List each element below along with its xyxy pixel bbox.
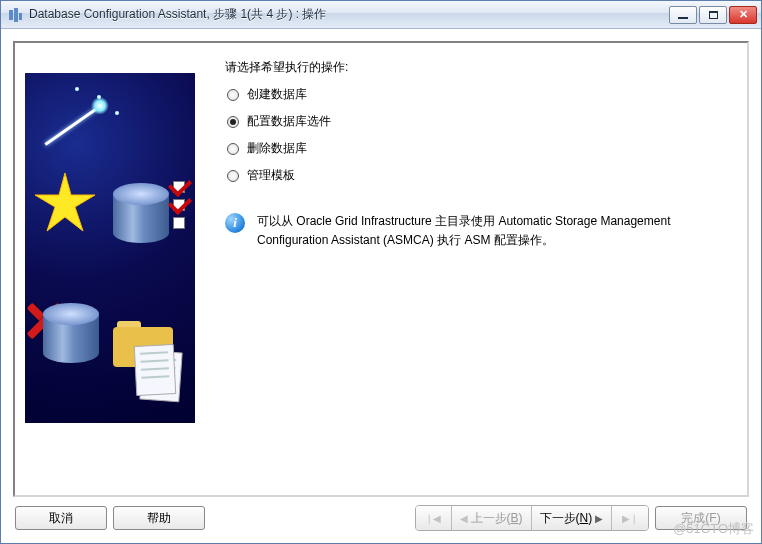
app-icon xyxy=(7,7,23,23)
window-controls: ✕ xyxy=(669,6,757,24)
sparkle-icon xyxy=(75,87,79,91)
document-sheets-icon xyxy=(135,345,183,403)
finish-button: 完成(F) xyxy=(655,506,747,530)
radio-icon xyxy=(227,170,239,182)
radio-manage-templates[interactable]: 管理模板 xyxy=(225,167,737,184)
back-button: ◀ 上一步(B) xyxy=(452,506,532,530)
radio-icon xyxy=(227,143,239,155)
first-button: ❘◀ xyxy=(416,506,452,530)
nav-button-group: ❘◀ ◀ 上一步(B) 下一步(N) ▶ ▶❘ xyxy=(415,505,649,531)
button-label-prefix: 下一步( xyxy=(540,510,580,527)
database-cylinder-icon xyxy=(113,183,169,243)
button-label: 完成(F) xyxy=(681,510,720,527)
button-bar: 取消 帮助 ❘◀ ◀ 上一步(B) 下一步(N) ▶ ▶❘ 完成(F) xyxy=(13,497,749,531)
button-label: 帮助 xyxy=(147,510,171,527)
radio-create-database[interactable]: 创建数据库 xyxy=(225,86,737,103)
help-button[interactable]: 帮助 xyxy=(113,506,205,530)
window-title: Database Configuration Assistant, 步骤 1(共… xyxy=(29,6,669,23)
maximize-button[interactable] xyxy=(699,6,727,24)
maximize-icon xyxy=(709,11,718,19)
chevron-first-icon: ❘◀ xyxy=(425,513,441,524)
svg-rect-0 xyxy=(9,10,13,20)
last-button: ▶❘ xyxy=(612,506,648,530)
instruction-label: 请选择希望执行的操作: xyxy=(225,59,737,76)
client-area: 请选择希望执行的操作: 创建数据库 配置数据库选件 删除数据库 管理模板 xyxy=(1,29,761,543)
titlebar[interactable]: Database Configuration Assistant, 步骤 1(共… xyxy=(1,1,761,29)
starburst-icon xyxy=(35,173,95,233)
chevron-last-icon: ▶❘ xyxy=(622,513,638,524)
button-label: 取消 xyxy=(49,510,73,527)
radio-delete-database[interactable]: 删除数据库 xyxy=(225,140,737,157)
chevron-right-icon: ▶ xyxy=(592,513,603,524)
radio-configure-database-options[interactable]: 配置数据库选件 xyxy=(225,113,737,130)
mnemonic: N xyxy=(580,511,589,525)
mnemonic: B xyxy=(511,511,519,525)
checklist-icon xyxy=(173,181,191,235)
radio-label: 管理模板 xyxy=(247,167,295,184)
svg-rect-2 xyxy=(19,13,22,20)
radio-label: 配置数据库选件 xyxy=(247,113,331,130)
wand-icon xyxy=(44,103,103,146)
close-button[interactable]: ✕ xyxy=(729,6,757,24)
chevron-left-icon: ◀ xyxy=(460,513,471,524)
minimize-button[interactable] xyxy=(669,6,697,24)
svg-rect-1 xyxy=(14,8,18,22)
info-text: 可以从 Oracle Grid Infrastructure 主目录使用 Aut… xyxy=(257,212,725,250)
wizard-illustration xyxy=(25,73,195,423)
button-label-suffix: ) xyxy=(519,511,523,525)
minimize-icon xyxy=(678,17,688,19)
svg-marker-3 xyxy=(35,173,95,231)
info-icon: i xyxy=(225,213,245,233)
cancel-button[interactable]: 取消 xyxy=(15,506,107,530)
sparkle-icon xyxy=(97,95,101,99)
sparkle-icon xyxy=(115,111,119,115)
info-note: i 可以从 Oracle Grid Infrastructure 主目录使用 A… xyxy=(225,212,725,250)
content-frame: 请选择希望执行的操作: 创建数据库 配置数据库选件 删除数据库 管理模板 xyxy=(13,41,749,497)
next-button[interactable]: 下一步(N) ▶ xyxy=(532,506,612,530)
button-label-prefix: 上一步( xyxy=(471,510,511,527)
database-cylinder-icon xyxy=(43,303,99,363)
close-icon: ✕ xyxy=(739,9,748,20)
radio-icon xyxy=(227,89,239,101)
radio-icon xyxy=(227,116,239,128)
window-frame: Database Configuration Assistant, 步骤 1(共… xyxy=(0,0,762,544)
options-panel: 请选择希望执行的操作: 创建数据库 配置数据库选件 删除数据库 管理模板 xyxy=(225,53,737,485)
radio-label: 删除数据库 xyxy=(247,140,307,157)
radio-label: 创建数据库 xyxy=(247,86,307,103)
